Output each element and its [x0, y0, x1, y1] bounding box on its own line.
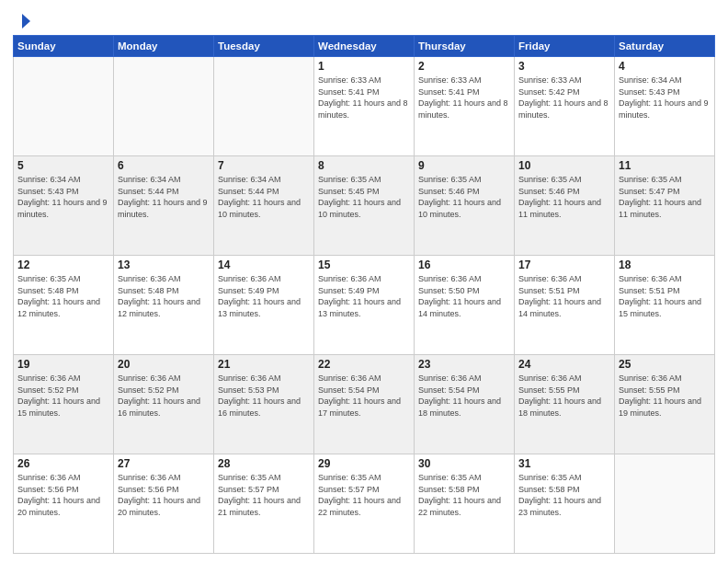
logo: [13, 13, 31, 29]
calendar-day-cell: 14Sunrise: 6:36 AM Sunset: 5:49 PM Dayli…: [214, 256, 314, 355]
calendar-day-cell: 16Sunrise: 6:36 AM Sunset: 5:50 PM Dayli…: [415, 256, 515, 355]
calendar-day-cell: 2Sunrise: 6:33 AM Sunset: 5:41 PM Daylig…: [415, 57, 515, 156]
day-number: 7: [218, 159, 310, 172]
calendar-day-cell: 29Sunrise: 6:35 AM Sunset: 5:57 PM Dayli…: [314, 454, 415, 554]
day-info: Sunrise: 6:35 AM Sunset: 5:46 PM Dayligh…: [518, 174, 610, 220]
header: [13, 9, 715, 29]
logo-flag-icon: [14, 13, 30, 29]
calendar-day-cell: [214, 57, 314, 156]
day-number: 20: [118, 358, 210, 371]
calendar-week-row: 12Sunrise: 6:35 AM Sunset: 5:48 PM Dayli…: [14, 256, 715, 355]
calendar-week-row: 19Sunrise: 6:36 AM Sunset: 5:52 PM Dayli…: [14, 355, 715, 454]
day-number: 28: [218, 457, 310, 470]
calendar-day-cell: [615, 454, 715, 554]
calendar-table: SundayMondayTuesdayWednesdayThursdayFrid…: [13, 35, 715, 554]
day-info: Sunrise: 6:36 AM Sunset: 5:51 PM Dayligh…: [518, 273, 610, 319]
calendar-day-cell: 3Sunrise: 6:33 AM Sunset: 5:42 PM Daylig…: [515, 57, 615, 156]
page: SundayMondayTuesdayWednesdayThursdayFrid…: [0, 0, 728, 563]
day-number: 30: [418, 457, 510, 470]
day-info: Sunrise: 6:36 AM Sunset: 5:55 PM Dayligh…: [619, 373, 711, 419]
day-number: 21: [218, 358, 310, 371]
day-info: Sunrise: 6:35 AM Sunset: 5:47 PM Dayligh…: [619, 174, 711, 220]
day-number: 14: [218, 259, 310, 271]
day-info: Sunrise: 6:36 AM Sunset: 5:56 PM Dayligh…: [118, 472, 210, 518]
calendar-day-cell: [14, 57, 114, 156]
day-number: 16: [418, 259, 510, 271]
day-info: Sunrise: 6:36 AM Sunset: 5:56 PM Dayligh…: [17, 472, 109, 518]
day-number: 17: [518, 259, 610, 271]
day-number: 23: [418, 358, 510, 371]
calendar-day-cell: 25Sunrise: 6:36 AM Sunset: 5:55 PM Dayli…: [615, 355, 715, 454]
day-number: 31: [518, 457, 610, 470]
day-info: Sunrise: 6:36 AM Sunset: 5:53 PM Dayligh…: [218, 373, 310, 419]
day-info: Sunrise: 6:35 AM Sunset: 5:57 PM Dayligh…: [318, 472, 410, 518]
calendar-day-cell: 20Sunrise: 6:36 AM Sunset: 5:52 PM Dayli…: [114, 355, 214, 454]
svg-marker-0: [22, 14, 30, 29]
day-info: Sunrise: 6:36 AM Sunset: 5:54 PM Dayligh…: [318, 373, 410, 419]
day-number: 27: [118, 457, 210, 470]
calendar-day-cell: 24Sunrise: 6:36 AM Sunset: 5:55 PM Dayli…: [515, 355, 615, 454]
calendar-day-cell: 30Sunrise: 6:35 AM Sunset: 5:58 PM Dayli…: [415, 454, 515, 554]
day-info: Sunrise: 6:35 AM Sunset: 5:45 PM Dayligh…: [318, 174, 410, 220]
day-info: Sunrise: 6:35 AM Sunset: 5:57 PM Dayligh…: [218, 472, 310, 518]
calendar-day-cell: 19Sunrise: 6:36 AM Sunset: 5:52 PM Dayli…: [14, 355, 114, 454]
day-info: Sunrise: 6:34 AM Sunset: 5:44 PM Dayligh…: [118, 174, 210, 220]
day-number: 18: [619, 259, 711, 271]
day-info: Sunrise: 6:36 AM Sunset: 5:51 PM Dayligh…: [619, 273, 711, 319]
day-info: Sunrise: 6:35 AM Sunset: 5:46 PM Dayligh…: [418, 174, 510, 220]
day-info: Sunrise: 6:35 AM Sunset: 5:58 PM Dayligh…: [518, 472, 610, 518]
day-info: Sunrise: 6:36 AM Sunset: 5:50 PM Dayligh…: [418, 273, 510, 319]
day-number: 29: [318, 457, 410, 470]
day-info: Sunrise: 6:36 AM Sunset: 5:55 PM Dayligh…: [518, 373, 610, 419]
day-info: Sunrise: 6:33 AM Sunset: 5:42 PM Dayligh…: [518, 75, 610, 121]
day-number: 8: [318, 159, 410, 172]
day-number: 11: [619, 159, 711, 172]
calendar-day-cell: 17Sunrise: 6:36 AM Sunset: 5:51 PM Dayli…: [515, 256, 615, 355]
calendar-day-cell: 8Sunrise: 6:35 AM Sunset: 5:45 PM Daylig…: [314, 156, 415, 256]
weekday-header-tuesday: Tuesday: [214, 36, 314, 57]
weekday-header-sunday: Sunday: [14, 36, 114, 57]
day-number: 9: [418, 159, 510, 172]
calendar-day-cell: 22Sunrise: 6:36 AM Sunset: 5:54 PM Dayli…: [314, 355, 415, 454]
calendar-day-cell: 28Sunrise: 6:35 AM Sunset: 5:57 PM Dayli…: [214, 454, 314, 554]
day-number: 19: [17, 358, 109, 371]
day-info: Sunrise: 6:34 AM Sunset: 5:43 PM Dayligh…: [619, 75, 711, 121]
day-number: 6: [118, 159, 210, 172]
day-number: 2: [418, 60, 510, 73]
calendar-day-cell: 11Sunrise: 6:35 AM Sunset: 5:47 PM Dayli…: [615, 156, 715, 256]
calendar-day-cell: 9Sunrise: 6:35 AM Sunset: 5:46 PM Daylig…: [415, 156, 515, 256]
calendar-day-cell: 27Sunrise: 6:36 AM Sunset: 5:56 PM Dayli…: [114, 454, 214, 554]
calendar-header-row: SundayMondayTuesdayWednesdayThursdayFrid…: [14, 36, 715, 57]
calendar-day-cell: 5Sunrise: 6:34 AM Sunset: 5:43 PM Daylig…: [14, 156, 114, 256]
day-number: 22: [318, 358, 410, 371]
calendar-day-cell: 18Sunrise: 6:36 AM Sunset: 5:51 PM Dayli…: [615, 256, 715, 355]
day-info: Sunrise: 6:35 AM Sunset: 5:48 PM Dayligh…: [17, 273, 109, 319]
day-number: 13: [118, 259, 210, 271]
day-info: Sunrise: 6:36 AM Sunset: 5:52 PM Dayligh…: [118, 373, 210, 419]
day-number: 25: [619, 358, 711, 371]
calendar-day-cell: [114, 57, 214, 156]
day-number: 3: [518, 60, 610, 73]
calendar-day-cell: 4Sunrise: 6:34 AM Sunset: 5:43 PM Daylig…: [615, 57, 715, 156]
day-info: Sunrise: 6:33 AM Sunset: 5:41 PM Dayligh…: [318, 75, 410, 121]
day-number: 1: [318, 60, 410, 73]
calendar-day-cell: 31Sunrise: 6:35 AM Sunset: 5:58 PM Dayli…: [515, 454, 615, 554]
calendar-day-cell: 21Sunrise: 6:36 AM Sunset: 5:53 PM Dayli…: [214, 355, 314, 454]
day-info: Sunrise: 6:35 AM Sunset: 5:58 PM Dayligh…: [418, 472, 510, 518]
day-info: Sunrise: 6:36 AM Sunset: 5:48 PM Dayligh…: [118, 273, 210, 319]
day-info: Sunrise: 6:36 AM Sunset: 5:49 PM Dayligh…: [318, 273, 410, 319]
weekday-header-saturday: Saturday: [615, 36, 715, 57]
calendar-day-cell: 26Sunrise: 6:36 AM Sunset: 5:56 PM Dayli…: [14, 454, 114, 554]
calendar-day-cell: 23Sunrise: 6:36 AM Sunset: 5:54 PM Dayli…: [415, 355, 515, 454]
day-info: Sunrise: 6:36 AM Sunset: 5:54 PM Dayligh…: [418, 373, 510, 419]
day-info: Sunrise: 6:36 AM Sunset: 5:52 PM Dayligh…: [17, 373, 109, 419]
day-info: Sunrise: 6:34 AM Sunset: 5:44 PM Dayligh…: [218, 174, 310, 220]
day-number: 10: [518, 159, 610, 172]
day-number: 24: [518, 358, 610, 371]
calendar-week-row: 1Sunrise: 6:33 AM Sunset: 5:41 PM Daylig…: [14, 57, 715, 156]
day-number: 5: [17, 159, 109, 172]
calendar-day-cell: 15Sunrise: 6:36 AM Sunset: 5:49 PM Dayli…: [314, 256, 415, 355]
calendar-day-cell: 13Sunrise: 6:36 AM Sunset: 5:48 PM Dayli…: [114, 256, 214, 355]
calendar-week-row: 5Sunrise: 6:34 AM Sunset: 5:43 PM Daylig…: [14, 156, 715, 256]
day-info: Sunrise: 6:34 AM Sunset: 5:43 PM Dayligh…: [17, 174, 109, 220]
